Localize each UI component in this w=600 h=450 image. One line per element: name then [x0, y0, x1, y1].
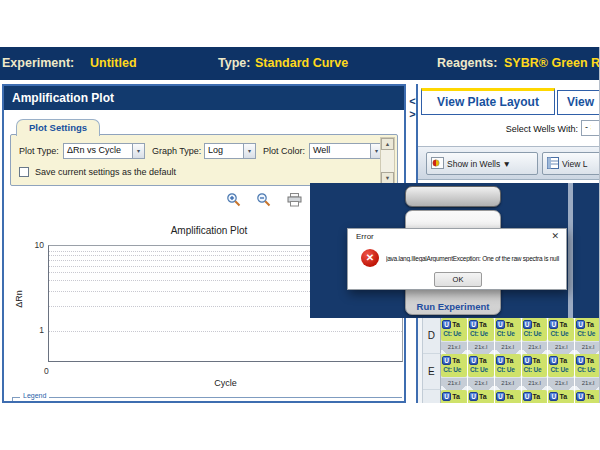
well-content: UTaCt: Ue: [468, 354, 494, 377]
view-legend-label: View L: [562, 159, 587, 169]
well-content: UTaCt: Ue: [548, 318, 574, 341]
well[interactable]: UTaCt: Ue21x.l: [441, 390, 467, 403]
well[interactable]: UTaCt: Ue21x.l: [548, 354, 574, 390]
plot-color-dropdown[interactable]: Well ▾: [309, 143, 383, 159]
well-ct-text: Ct: Ue: [575, 402, 600, 403]
error-message: java.lang.IllegalArgumentException: One …: [386, 255, 566, 262]
show-in-wells-button[interactable]: Show in Wells ▼: [426, 152, 538, 175]
graph-type-value: Log: [205, 144, 242, 155]
graph-type-dropdown[interactable]: Log ▾: [204, 143, 256, 159]
well[interactable]: UTaCt: Ue21x.l: [575, 318, 600, 354]
close-icon[interactable]: ✕: [551, 231, 559, 241]
well-content: UTaCt: Ue: [575, 318, 600, 341]
well-target: Ta: [559, 321, 567, 328]
y-axis-tick: 1: [18, 325, 44, 335]
well[interactable]: UTaCt: Ue21x.l: [575, 354, 600, 390]
well-ct-text: Ct: Ue: [495, 366, 521, 373]
well-sample-text: 21x.l: [495, 378, 521, 390]
well-target: Ta: [559, 357, 567, 364]
well-sample-text: 21x.l: [495, 342, 521, 354]
well[interactable]: UTaCt: Ue21x.l: [441, 318, 467, 354]
unknown-task-icon: U: [469, 320, 478, 329]
tab-view-well-table[interactable]: View: [557, 90, 600, 115]
zoom-in-icon[interactable]: [226, 192, 242, 208]
tab-plot-settings[interactable]: Plot Settings: [16, 119, 100, 136]
select-wells-dropdown[interactable]: - S: [581, 120, 600, 136]
well-sample-text: 21x.l: [522, 342, 548, 354]
unknown-task-icon: U: [442, 356, 451, 365]
unknown-task-icon: U: [549, 320, 558, 329]
well-target: Ta: [586, 393, 594, 400]
error-dialog: Error ✕ ✕ java.lang.IllegalArgumentExcep…: [347, 228, 567, 290]
unknown-task-icon: U: [469, 392, 478, 401]
plot-color-label: Plot Color:: [263, 146, 305, 156]
well-target: Ta: [506, 321, 514, 328]
settings-scrollbar[interactable]: ▲ ▼: [380, 137, 395, 185]
view-legend-button[interactable]: View L: [542, 152, 600, 175]
well-sample-text: 21x.l: [468, 378, 494, 390]
save-default-checkbox[interactable]: [19, 167, 29, 177]
unknown-task-icon: U: [442, 392, 451, 401]
unknown-task-icon: U: [523, 392, 532, 401]
well[interactable]: UTaCt: Ue21x.l: [522, 354, 548, 390]
x-axis-label: Cycle: [48, 378, 403, 388]
unknown-task-icon: U: [576, 356, 585, 365]
well[interactable]: UTaCt: Ue21x.l: [575, 390, 600, 403]
reagents-value: SYBR® Green R: [504, 56, 600, 70]
well-target: Ta: [452, 321, 460, 328]
well-target: Ta: [479, 321, 487, 328]
well-ct-text: Ct: Ue: [548, 330, 574, 337]
well-target: Ta: [559, 393, 567, 400]
well[interactable]: UTaCt: Ue21x.l: [548, 390, 574, 403]
well[interactable]: UTaCt: Ue21x.l: [495, 354, 521, 390]
well-content: UTaCt: Ue: [548, 354, 574, 377]
well[interactable]: UTaCt: Ue21x.l: [468, 354, 494, 390]
well[interactable]: UTaCt: Ue21x.l: [495, 318, 521, 354]
unknown-task-icon: U: [496, 356, 505, 365]
well-target: Ta: [586, 321, 594, 328]
ok-button[interactable]: OK: [434, 272, 482, 287]
graph-type-label: Graph Type:: [152, 146, 201, 156]
application-window: Experiment: Untitled Type: Standard Curv…: [0, 47, 600, 403]
unknown-task-icon: U: [549, 356, 558, 365]
experiment-header-bar: Experiment: Untitled Type: Standard Curv…: [0, 47, 600, 80]
y-axis-tick: 10: [18, 240, 44, 250]
tab-view-plate-layout[interactable]: View Plate Layout: [421, 88, 555, 115]
plot-type-value: ΔRn vs Cycle: [64, 144, 131, 155]
well-ct-text: Ct: Ue: [495, 402, 521, 403]
well[interactable]: UTaCt: Ue21x.l: [468, 390, 494, 403]
well[interactable]: UTaCt: Ue21x.l: [548, 318, 574, 354]
well[interactable]: UTaCt: Ue21x.l: [522, 390, 548, 403]
well-sample-text: 21x.l: [468, 342, 494, 354]
well[interactable]: UTaCt: Ue21x.l: [522, 318, 548, 354]
plate-grid: DUTaCt: Ue21x.lUTaCt: Ue21x.lUTaCt: Ue21…: [418, 318, 600, 403]
plate-row: FUTaCt: Ue21x.lUTaCt: Ue21x.lUTaCt: Ue21…: [418, 390, 600, 403]
well[interactable]: UTaCt: Ue21x.l: [441, 354, 467, 390]
well-ct-text: Ct: Ue: [441, 330, 467, 337]
run-panel-top-button[interactable]: [405, 186, 501, 207]
well-sample-text: 21x.l: [548, 378, 574, 390]
well-target: Ta: [506, 393, 514, 400]
row-label: D: [423, 318, 442, 354]
plot-type-label: Plot Type:: [19, 146, 59, 156]
well-target: Ta: [506, 357, 514, 364]
well[interactable]: UTaCt: Ue21x.l: [468, 318, 494, 354]
chevron-down-icon: ▾: [132, 144, 144, 158]
plot-type-dropdown[interactable]: ΔRn vs Cycle ▾: [63, 143, 145, 159]
well-target: Ta: [452, 357, 460, 364]
scroll-up-icon[interactable]: ▲: [381, 138, 394, 150]
app-screenshot: Experiment: Untitled Type: Standard Curv…: [0, 0, 600, 450]
unknown-task-icon: U: [576, 320, 585, 329]
print-icon[interactable]: [287, 193, 303, 209]
well[interactable]: UTaCt: Ue21x.l: [495, 390, 521, 403]
type-value: Standard Curve: [255, 56, 348, 70]
experiment-value: Untitled: [90, 56, 137, 70]
legend-fieldset: [12, 397, 402, 403]
well-content: UTaCt: Ue: [495, 390, 521, 403]
zoom-out-icon[interactable]: [256, 192, 272, 208]
well-ct-text: Ct: Ue: [441, 366, 467, 373]
unknown-task-icon: U: [523, 356, 532, 365]
well-ct-text: Ct: Ue: [522, 402, 548, 403]
wells-view-icon: [431, 157, 444, 171]
well-content: UTaCt: Ue: [468, 390, 494, 403]
